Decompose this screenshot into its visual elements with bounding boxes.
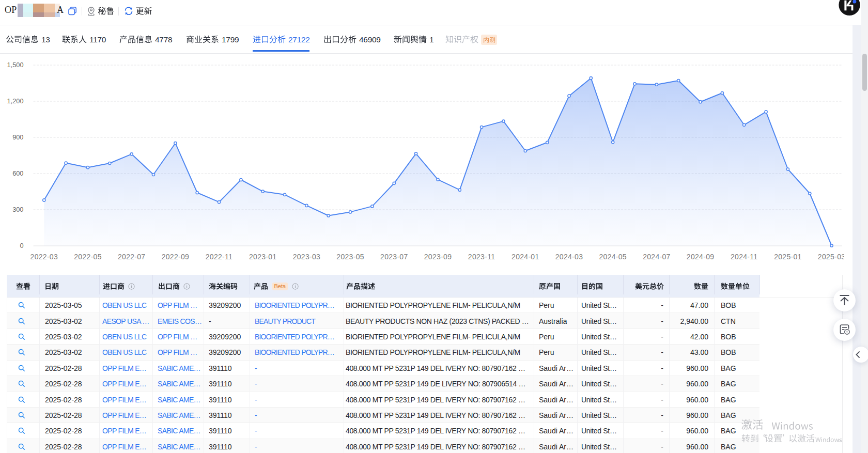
svg-text:900: 900: [12, 133, 23, 141]
svg-text:2022-09: 2022-09: [162, 253, 189, 261]
svg-text:0: 0: [20, 242, 23, 249]
svg-text:2024-07: 2024-07: [643, 253, 670, 261]
svg-text:2022-07: 2022-07: [118, 253, 145, 261]
svg-text:2023-07: 2023-07: [380, 253, 408, 261]
svg-text:2022-05: 2022-05: [74, 253, 101, 261]
svg-text:2023-03: 2023-03: [293, 253, 320, 261]
svg-text:600: 600: [12, 169, 23, 177]
svg-text:2022-11: 2022-11: [206, 253, 233, 261]
svg-text:2024-09: 2024-09: [687, 253, 714, 261]
svg-text:2022-03: 2022-03: [30, 253, 58, 261]
svg-text:2023-09: 2023-09: [424, 253, 452, 261]
svg-text:2023-01: 2023-01: [249, 253, 276, 261]
svg-text:2023-05: 2023-05: [336, 253, 364, 261]
svg-text:2025-01: 2025-01: [774, 253, 801, 261]
svg-text:2025-03: 2025-03: [818, 253, 844, 261]
svg-text:2024-03: 2024-03: [555, 253, 583, 261]
svg-text:1,200: 1,200: [7, 97, 23, 105]
svg-text:2024-05: 2024-05: [599, 253, 626, 261]
svg-text:2024-11: 2024-11: [731, 253, 757, 261]
svg-text:2023-11: 2023-11: [468, 253, 495, 261]
svg-text:300: 300: [12, 206, 23, 213]
svg-text:1,500: 1,500: [7, 61, 23, 69]
svg-text:2024-01: 2024-01: [512, 253, 539, 261]
